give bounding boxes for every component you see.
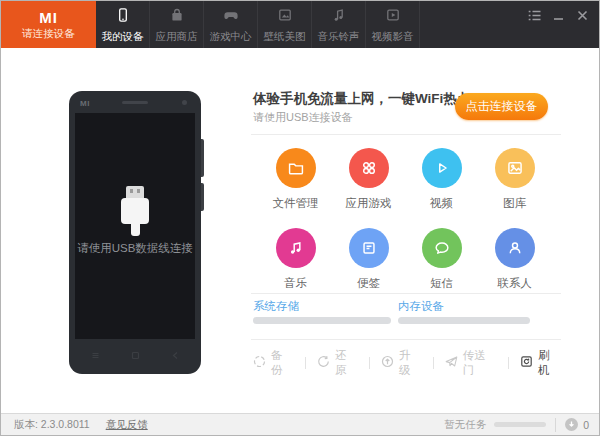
upgrade-icon	[381, 354, 394, 372]
tab-music[interactable]: 音乐铃声	[312, 1, 366, 48]
promo-subtitle: 请使用USB连接设备	[253, 110, 353, 125]
paper-plane-icon	[445, 354, 458, 372]
divider	[305, 357, 306, 369]
phone-volume-button	[201, 139, 204, 177]
version-label: 版本: 2.3.0.8011	[14, 418, 90, 432]
system-storage-bar[interactable]	[253, 317, 391, 324]
task-status-label: 暂无任务	[444, 418, 486, 432]
divider	[433, 357, 434, 369]
grid-item-sms[interactable]: 短信	[405, 228, 478, 291]
restore-icon	[317, 354, 330, 372]
flash-button[interactable]: 刷机	[520, 348, 561, 378]
grid-item-video[interactable]: 视频	[405, 148, 478, 211]
divider	[251, 134, 561, 135]
home-icon	[131, 346, 140, 364]
main-tabs: 我的设备 应用商店 游戏中心	[96, 1, 420, 48]
tab-label: 音乐铃声	[318, 31, 360, 42]
divider	[508, 357, 509, 369]
phone-icon	[115, 7, 131, 27]
restore-button[interactable]: 还原	[317, 348, 358, 378]
grid-label: 图库	[478, 196, 551, 211]
download-icon[interactable]	[565, 418, 578, 431]
grid-label: 联系人	[478, 276, 551, 291]
tab-label: 壁纸美图	[264, 31, 306, 42]
grid-label: 视频	[405, 196, 478, 211]
grid-item-music[interactable]: 音乐	[259, 228, 332, 291]
picture-icon	[277, 7, 293, 27]
download-count: 0	[583, 419, 589, 431]
mi-logo: MI	[39, 10, 58, 25]
feedback-link[interactable]: 意见反馈	[106, 418, 148, 432]
grid-label: 便签	[332, 276, 405, 291]
gamepad-icon	[223, 7, 239, 27]
connect-device-button[interactable]: 点击连接设备	[455, 93, 548, 120]
folder-icon	[276, 148, 316, 188]
grid-item-file-manager[interactable]: 文件管理	[259, 148, 332, 211]
minimize-icon[interactable]	[551, 9, 565, 21]
memory-device-bar[interactable]	[398, 317, 530, 324]
tab-game-center[interactable]: 游戏中心	[204, 1, 258, 48]
usb-connect-message: 请使用USB数据线连接	[75, 241, 195, 256]
portal-button[interactable]: 传送门	[445, 348, 497, 378]
tab-video[interactable]: 视频影音	[366, 1, 420, 48]
video-play-icon	[385, 7, 401, 27]
tab-my-device[interactable]: 我的设备	[96, 1, 150, 48]
phone-nav-bar	[75, 346, 195, 364]
phone-power-button	[201, 183, 204, 211]
tab-label: 我的设备	[102, 31, 144, 42]
grid-item-contacts[interactable]: 联系人	[478, 228, 551, 291]
tab-label: 视频影音	[372, 31, 414, 42]
gallery-icon	[495, 148, 535, 188]
phone-screen: 请使用USB数据线连接	[75, 113, 195, 339]
action-toolbar: 备份 还原 升级	[253, 348, 561, 378]
grid-item-gallery[interactable]: 图库	[478, 148, 551, 211]
menu-icon	[91, 346, 100, 364]
tab-label: 应用商店	[156, 31, 198, 42]
top-bar: MI 请连接设备 我的设备	[1, 1, 599, 48]
usb-plug-icon	[121, 186, 149, 236]
person-icon	[495, 228, 535, 268]
phone-speaker	[122, 101, 148, 104]
logo-block: MI 请连接设备	[1, 1, 96, 48]
back-icon	[171, 346, 180, 364]
backup-button[interactable]: 备份	[253, 348, 294, 378]
task-progress-bar	[494, 422, 546, 427]
grid-label: 短信	[405, 276, 478, 291]
promo-title: 体验手机免流量上网，一键WiFi热点	[253, 90, 470, 108]
phone-illustration: MI 请使用USB数据线连接	[69, 91, 201, 374]
phone-camera	[182, 100, 187, 105]
system-storage-label[interactable]: 系统存储	[253, 299, 299, 314]
device-status-label: 请连接设备	[22, 28, 75, 39]
task-list-icon[interactable]	[527, 9, 541, 21]
tab-wallpaper[interactable]: 壁纸美图	[258, 1, 312, 48]
window-controls	[527, 9, 589, 21]
app-window: MI 请连接设备 我的设备	[0, 0, 600, 436]
memory-device-label[interactable]: 内存设备	[398, 299, 444, 314]
grid-item-apps-games[interactable]: 应用游戏	[332, 148, 405, 211]
tab-app-store[interactable]: 应用商店	[150, 1, 204, 48]
apps-icon	[349, 148, 389, 188]
upgrade-button[interactable]: 升级	[381, 348, 422, 378]
tab-label: 游戏中心	[210, 31, 252, 42]
shopping-bag-icon	[169, 7, 185, 27]
grid-label: 文件管理	[259, 196, 332, 211]
divider	[251, 293, 561, 294]
close-icon[interactable]	[575, 9, 589, 21]
flash-icon	[520, 354, 533, 372]
phone-brand-label: MI	[80, 99, 90, 108]
grid-label: 音乐	[259, 276, 332, 291]
music-note-icon	[331, 7, 347, 27]
divider	[251, 339, 561, 340]
grid-label: 应用游戏	[332, 196, 405, 211]
backup-icon	[253, 354, 266, 372]
chat-bubble-icon	[422, 228, 462, 268]
notes-icon	[349, 228, 389, 268]
divider	[369, 357, 370, 369]
divider	[555, 418, 556, 432]
status-bar: 版本: 2.3.0.8011 意见反馈 暂无任务 0	[1, 413, 599, 435]
grid-item-notes[interactable]: 便签	[332, 228, 405, 291]
play-icon	[422, 148, 462, 188]
music-icon	[276, 228, 316, 268]
main-panel: 体验手机免流量上网，一键WiFi热点 请使用USB连接设备 点击连接设备 文件管…	[251, 86, 561, 376]
